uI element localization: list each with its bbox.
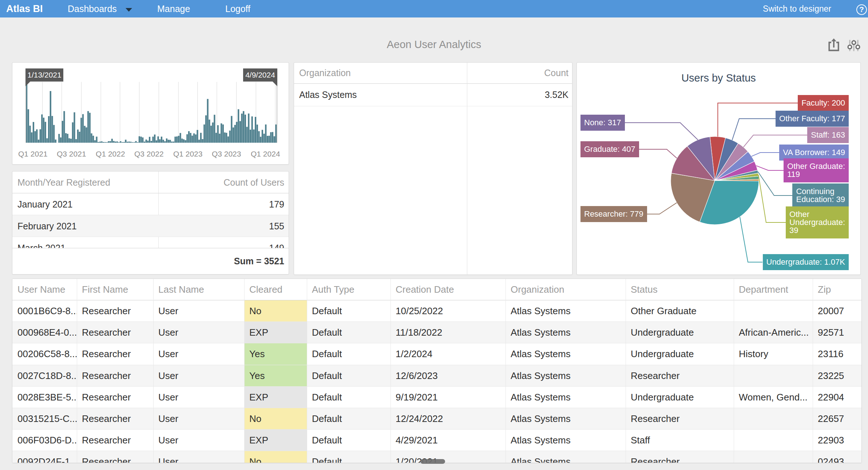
pie-connector-other-undergraduate <box>758 175 786 222</box>
cell-user: 00315215-C... <box>12 408 77 430</box>
table-row[interactable]: March 2021149 <box>12 237 289 248</box>
cell-status: Undergraduate <box>626 322 734 343</box>
cell-user: 00206C58-8... <box>12 343 77 365</box>
column-divider <box>77 279 77 463</box>
org-count-cell[interactable]: 3.52K <box>467 84 568 106</box>
table-row[interactable]: 0001B6C9-8...ResearcherUserNoDefault10/2… <box>12 300 861 322</box>
cell-status: Researcher <box>626 365 734 387</box>
pie-label-staff: Staff: 163 <box>807 127 849 143</box>
table-row[interactable]: 00206C58-8...ResearcherUserYesDefault1/2… <box>12 343 861 365</box>
cell-user: 0028E3BE-5... <box>12 387 77 408</box>
cell-cleared-badge: EXP <box>244 322 307 343</box>
help-icon[interactable]: ? <box>856 4 867 15</box>
grid-column-header-user[interactable]: User Name <box>12 279 77 300</box>
cell-created: 1/20/2021 <box>391 451 506 463</box>
cell-zip: 92571 <box>813 322 862 343</box>
cell-created: 9/19/2021 <box>391 387 506 408</box>
column-divider <box>734 279 734 463</box>
cell-first: Researcher <box>77 322 153 343</box>
cell-created: 10/25/2022 <box>391 300 506 322</box>
cell-first: Researcher <box>77 430 153 451</box>
month-cell: February 2021 <box>17 215 156 237</box>
grid-header-row: User NameFirst NameLast NameClearedAuth … <box>12 279 861 300</box>
cell-user: 000968E4-0... <box>12 322 77 343</box>
column-divider <box>506 279 506 463</box>
table-row[interactable]: January 2021179 <box>12 193 289 215</box>
pie-connector-other-faculty <box>732 119 776 140</box>
column-divider <box>153 279 154 463</box>
column-header-month[interactable]: Month/Year Registered <box>17 171 156 193</box>
nav-dashboards[interactable]: Dashboards <box>68 0 117 17</box>
cell-org: Atlas Systems <box>506 322 626 343</box>
table-row[interactable]: 006F03D6-D...ResearcherUserEXPDefault4/2… <box>12 430 861 451</box>
column-header-count-of-users[interactable]: Count of Users <box>160 171 284 193</box>
cell-status: Undergraduate <box>626 343 734 365</box>
pie-label-researcher: Researcher: 779 <box>580 206 647 222</box>
chevron-down-icon[interactable] <box>126 8 132 12</box>
pie-label-other-undergraduate: Other Undergraduate: 39 <box>786 206 849 238</box>
pie-label-graduate: Graduate: 407 <box>580 141 639 157</box>
range-end-marker[interactable]: 4/9/2024 <box>243 68 277 82</box>
cell-dept: African-Americ... <box>734 322 813 343</box>
export-icon[interactable] <box>827 37 841 52</box>
table-row[interactable]: 000968E4-0...ResearcherUserEXPDefault11/… <box>12 322 861 343</box>
cell-zip: 22657 <box>813 408 862 430</box>
cell-last: User <box>153 408 244 430</box>
cell-zip: 22904 <box>813 387 862 408</box>
table-row[interactable]: 00315215-C...ResearcherUserNoDefault12/2… <box>12 408 861 430</box>
cell-last: User <box>153 300 244 322</box>
nav-manage[interactable]: Manage <box>157 0 190 17</box>
grid-column-header-dept[interactable]: Department <box>734 279 813 300</box>
pie-label-none: None: 317 <box>580 115 625 131</box>
grid-column-header-created[interactable]: Creation Date <box>391 279 506 300</box>
pie-connector-undergraduate <box>740 217 762 262</box>
cell-org: Atlas Systems <box>506 387 626 408</box>
grid-column-header-first[interactable]: First Name <box>77 279 153 300</box>
nav-logoff[interactable]: Logoff <box>225 0 250 17</box>
table-row[interactable]: February 2021155 <box>12 215 289 237</box>
dashboard-title: Aeon User Analytics <box>0 39 868 51</box>
column-header-count[interactable]: Count <box>467 63 568 83</box>
column-header-organization[interactable]: Organization <box>299 63 459 83</box>
cell-cleared-badge: Yes <box>244 343 307 365</box>
cell-zip: 23116 <box>813 343 862 365</box>
axis-label: Q1 2021 <box>11 150 55 158</box>
month-year-registered-panel: Month/Year Registered Count of Users Jan… <box>12 171 289 275</box>
registrations-range-selector-panel: 1/13/2021 4/9/2024 Q1 2021Q3 2021Q1 2022… <box>12 62 289 165</box>
cell-org: Atlas Systems <box>506 430 626 451</box>
cell-user: 0001B6C9-8... <box>12 300 77 322</box>
row-divider <box>294 106 572 106</box>
table-row[interactable]: 0028E3BE-5...ResearcherUserEXPDefault9/1… <box>12 387 861 408</box>
cell-auth: Default <box>307 387 391 408</box>
pie-connector-none <box>625 123 698 140</box>
axis-label: Q1 2024 <box>243 150 287 158</box>
column-divider <box>626 279 626 463</box>
cell-cleared-badge: No <box>244 408 307 430</box>
count-cell: 155 <box>160 215 284 237</box>
grid-column-header-status[interactable]: Status <box>626 279 734 300</box>
horizontal-scrollbar-thumb[interactable] <box>420 459 445 464</box>
grid-column-header-auth[interactable]: Auth Type <box>307 279 391 300</box>
cell-dept: History <box>734 343 813 365</box>
cell-auth: Default <box>307 300 391 322</box>
table-row[interactable]: 0027C18D-8...ResearcherUserYesDefault12/… <box>12 365 861 387</box>
cell-dept: Women, Gend... <box>734 387 813 408</box>
cell-status: Other Graduate <box>626 300 734 322</box>
count-cell: 179 <box>160 193 284 215</box>
switch-to-designer-button[interactable]: Switch to designer <box>763 0 831 17</box>
cell-org: Atlas Systems <box>506 365 626 387</box>
cell-auth: Default <box>307 365 391 387</box>
pie-label-undergraduate: Undergraduate: 1.07K <box>763 254 849 270</box>
grid-column-header-cleared[interactable]: Cleared <box>244 279 307 300</box>
sliders-icon[interactable] <box>847 37 861 52</box>
cell-last: User <box>153 430 244 451</box>
org-name-cell[interactable]: Atlas Systems <box>299 84 459 106</box>
grid-column-header-last[interactable]: Last Name <box>153 279 244 300</box>
range-start-marker[interactable]: 1/13/2021 <box>25 68 63 82</box>
grid-column-header-zip[interactable]: Zip <box>813 279 862 300</box>
pie-connector-graduate <box>639 149 677 158</box>
cell-created: 11/18/2022 <box>391 322 506 343</box>
cell-last: User <box>153 365 244 387</box>
axis-label: Q3 2023 <box>205 150 248 158</box>
grid-column-header-org[interactable]: Organization <box>506 279 626 300</box>
